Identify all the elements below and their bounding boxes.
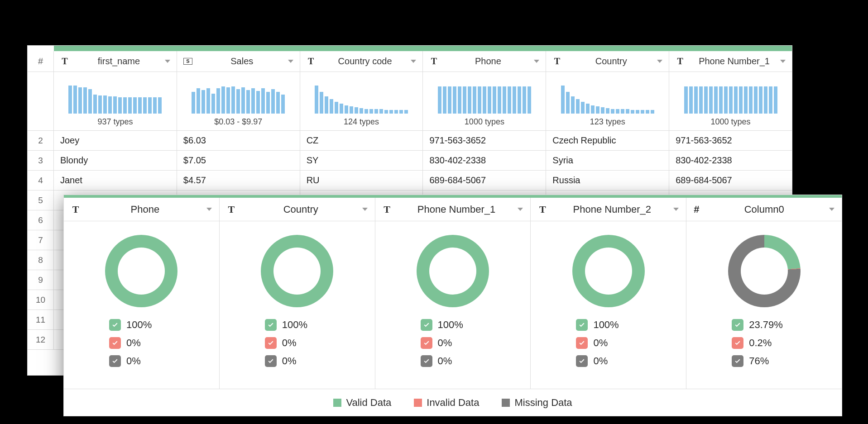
table-cell[interactable]: Joey <box>54 131 177 150</box>
check-invalid-icon <box>732 337 743 349</box>
quality-stats: 100%0%0% <box>576 319 619 367</box>
table-cell[interactable]: Syria <box>546 151 669 170</box>
table-cell[interactable]: 689-684-5067 <box>669 171 792 190</box>
dropdown-caret-icon[interactable] <box>288 60 293 63</box>
table-row[interactable]: 2Joey$6.03CZ971-563-3652Czech Republic97… <box>28 131 792 151</box>
dropdown-caret-icon[interactable] <box>780 60 786 63</box>
column-header[interactable]: TPhone Number_1 <box>669 51 792 71</box>
column-header[interactable]: TCountry <box>546 51 669 71</box>
table-cell[interactable]: 830-402-2338 <box>669 151 792 170</box>
stat-invalid: 0% <box>109 337 152 349</box>
table-cell[interactable]: Janet <box>54 171 177 190</box>
histogram-label: 1000 types <box>711 117 751 127</box>
quality-column-header[interactable]: TPhone <box>64 198 220 221</box>
quality-donut-chart[interactable] <box>261 235 333 307</box>
quality-stats: 100%0%0% <box>421 319 463 367</box>
check-invalid-icon <box>576 337 588 349</box>
table-cell[interactable]: Blondy <box>54 151 177 170</box>
histogram-label: 124 types <box>344 117 379 127</box>
quality-donut-chart[interactable] <box>572 235 645 307</box>
quality-stats: 100%0%0% <box>265 319 307 367</box>
data-quality-panel: TPhoneTCountryTPhone Number_1TPhone Numb… <box>63 195 842 416</box>
dropdown-caret-icon[interactable] <box>206 208 212 211</box>
stat-valid: 100% <box>421 319 463 331</box>
quality-column-header[interactable]: TCountry <box>220 198 375 221</box>
histogram-bars <box>315 82 408 114</box>
stat-invalid-value: 0% <box>593 337 608 349</box>
check-valid-icon <box>109 319 121 331</box>
dropdown-caret-icon[interactable] <box>362 208 368 211</box>
legend-missing-label: Missing Data <box>514 397 572 409</box>
check-invalid-icon <box>265 337 277 349</box>
stat-valid: 23.79% <box>732 319 783 331</box>
dropdown-caret-icon[interactable] <box>411 60 416 63</box>
histogram-cell[interactable]: 124 types <box>300 72 423 130</box>
stat-invalid: 0% <box>421 337 463 349</box>
table-cell[interactable]: RU <box>300 171 423 190</box>
dropdown-caret-icon[interactable] <box>534 60 539 63</box>
table-cell[interactable]: $7.05 <box>177 151 300 170</box>
histogram-bars <box>438 82 531 114</box>
stat-valid: 100% <box>265 319 307 331</box>
column-name: Country code <box>319 56 411 67</box>
table-cell[interactable]: $4.57 <box>177 171 300 190</box>
quality-donut-chart[interactable] <box>105 235 177 307</box>
column-header[interactable]: SSales <box>177 51 300 71</box>
table-cell[interactable]: 689-684-5067 <box>423 171 546 190</box>
table-cell[interactable]: $6.03 <box>177 131 300 150</box>
check-missing-icon <box>421 355 432 367</box>
row-number: 3 <box>28 151 54 170</box>
column-header[interactable]: TCountry code <box>300 51 423 71</box>
histogram-cell[interactable]: 937 types <box>54 72 177 130</box>
quality-column-name: Phone Number_1 <box>395 204 518 215</box>
quality-legend: Valid Data Invalid Data Missing Data <box>64 389 842 416</box>
histogram-bars <box>192 82 285 114</box>
stat-valid-value: 23.79% <box>749 319 783 331</box>
histogram-cell[interactable]: $0.03 - $9.97 <box>177 72 300 130</box>
table-row[interactable]: 4Janet$4.57RU689-684-5067Russia689-684-5… <box>28 171 792 191</box>
stat-valid: 100% <box>576 319 619 331</box>
stat-valid-value: 100% <box>126 319 152 331</box>
table-row[interactable]: 3Blondy$7.05SY830-402-2338Syria830-402-2… <box>28 151 792 171</box>
column-header[interactable]: TPhone <box>423 51 546 71</box>
quality-stats: 23.79%0.2%76% <box>732 319 783 367</box>
column-header[interactable]: Tfirst_name <box>54 51 177 71</box>
histogram-bars <box>68 82 162 114</box>
column-name: Country <box>565 56 657 67</box>
dropdown-caret-icon[interactable] <box>165 60 170 63</box>
type-text-icon: T <box>307 56 316 67</box>
quality-column-name: Country <box>240 204 362 215</box>
quality-cell: 100%0%0% <box>375 221 531 389</box>
table-cell[interactable]: 971-563-3652 <box>669 131 792 150</box>
table-cell[interactable]: Russia <box>546 171 669 190</box>
stat-missing-value: 0% <box>126 355 141 367</box>
quality-column-name: Phone <box>84 204 206 215</box>
check-missing-icon <box>265 355 277 367</box>
table-cell[interactable]: CZ <box>300 131 423 150</box>
quality-column-header[interactable]: TPhone Number_1 <box>375 198 531 221</box>
table-cell[interactable]: SY <box>300 151 423 170</box>
table-cell[interactable]: Czech Republic <box>546 131 669 150</box>
histogram-cell[interactable]: 123 types <box>546 72 669 130</box>
row-number-header: # <box>28 51 54 71</box>
stat-missing: 0% <box>421 355 463 367</box>
dropdown-caret-icon[interactable] <box>518 208 523 211</box>
table-cell[interactable]: 830-402-2338 <box>423 151 546 170</box>
stat-valid-value: 100% <box>282 319 307 331</box>
check-valid-icon <box>265 319 277 331</box>
quality-donut-chart[interactable] <box>417 235 489 307</box>
histogram-label: 123 types <box>590 117 625 127</box>
histogram-cell[interactable]: 1000 types <box>423 72 546 130</box>
quality-column-header[interactable]: TPhone Number_2 <box>531 198 686 221</box>
table-cell[interactable]: 971-563-3652 <box>423 131 546 150</box>
stat-missing: 0% <box>265 355 307 367</box>
dropdown-caret-icon[interactable] <box>673 208 679 211</box>
type-text-icon: T <box>552 56 561 67</box>
quality-donut-chart[interactable] <box>728 235 801 307</box>
dropdown-caret-icon[interactable] <box>657 60 662 63</box>
histogram-cell[interactable]: 1000 types <box>669 72 792 130</box>
check-valid-icon <box>421 319 432 331</box>
dropdown-caret-icon[interactable] <box>829 208 834 211</box>
quality-column-header[interactable]: #Column0 <box>686 198 842 221</box>
type-currency-icon: S <box>183 58 192 65</box>
